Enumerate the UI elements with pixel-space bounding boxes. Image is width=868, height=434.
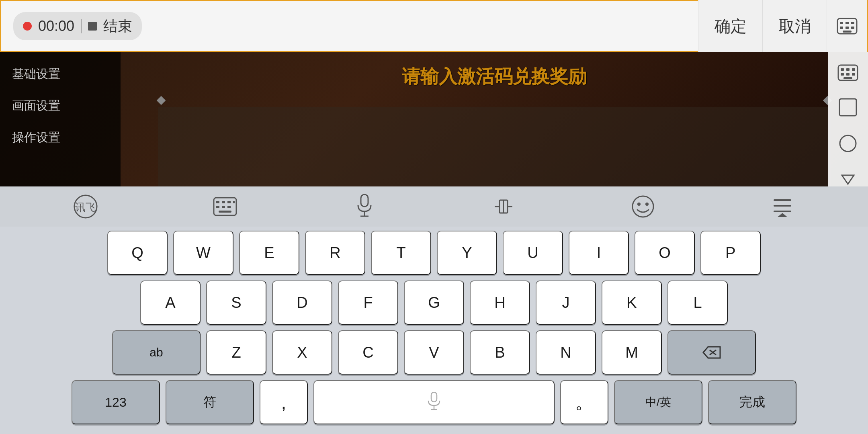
sidebar-item-display[interactable]: 画面设置	[0, 92, 121, 120]
key-a[interactable]: A	[140, 280, 201, 325]
hide-keyboard-icon	[770, 194, 794, 219]
svg-point-38	[637, 203, 641, 206]
key-f[interactable]: F	[338, 280, 398, 325]
svg-rect-4	[840, 27, 843, 29]
svg-rect-15	[843, 77, 852, 79]
svg-marker-43	[703, 347, 720, 358]
content-area: 基础设置 画面设置 操作设置 请输入激活码兑换奖励	[0, 52, 868, 186]
key-p[interactable]: P	[700, 231, 761, 275]
svg-rect-9	[841, 68, 844, 71]
svg-rect-13	[846, 73, 850, 76]
key-ab[interactable]: ab	[112, 330, 201, 375]
ime-button[interactable]: 讯飞	[70, 190, 102, 223]
mic-button[interactable]	[348, 190, 381, 223]
key-q[interactable]: Q	[107, 231, 168, 275]
key-h[interactable]: H	[470, 280, 530, 325]
svg-rect-28	[227, 206, 231, 208]
key-b[interactable]: B	[470, 330, 530, 375]
key-j[interactable]: J	[536, 280, 596, 325]
key-__[interactable]: 完成	[708, 380, 796, 424]
svg-rect-11	[852, 68, 855, 71]
center-dialog-area: 请输入激活码兑换奖励	[121, 52, 868, 186]
right-keyboard-icon[interactable]	[836, 64, 860, 81]
svg-rect-6	[851, 27, 854, 29]
recording-indicator: 00:00 结束	[13, 12, 142, 40]
backspace-icon	[702, 345, 722, 360]
sidebar-item-basic[interactable]: 基础设置	[0, 60, 121, 88]
svg-rect-22	[216, 201, 219, 203]
key-v[interactable]: V	[404, 330, 464, 375]
svg-rect-29	[219, 211, 231, 213]
ime-icon: 讯飞	[73, 194, 98, 219]
confirm-button[interactable]: 确定	[698, 0, 762, 52]
left-sidebar: 基础设置 画面设置 操作设置	[0, 52, 121, 186]
right-square-icon[interactable]	[836, 97, 860, 117]
right-circle-icon[interactable]	[836, 133, 860, 154]
top-input-bar: 00:00 结束 确定 取消	[0, 0, 868, 52]
key-row-2: ASDFGHJKL	[8, 280, 860, 325]
svg-rect-5	[845, 27, 849, 29]
svg-rect-12	[841, 73, 844, 76]
cursor-button[interactable]	[487, 190, 520, 223]
cancel-button[interactable]: 取消	[762, 0, 827, 52]
key-y[interactable]: Y	[437, 231, 497, 275]
microphone-icon	[356, 194, 373, 219]
svg-rect-14	[852, 73, 855, 76]
key-w[interactable]: W	[173, 231, 233, 275]
sidebar-item-operation[interactable]: 操作设置	[0, 124, 121, 151]
key-m[interactable]: M	[602, 330, 662, 375]
svg-rect-3	[851, 22, 854, 24]
hide-keyboard-button[interactable]	[766, 190, 798, 223]
svg-rect-25	[233, 201, 235, 203]
svg-rect-2	[845, 22, 849, 24]
keyboard-mode-button[interactable]	[209, 190, 241, 223]
svg-rect-16	[839, 99, 856, 116]
keyboard-toggle-button[interactable]	[827, 0, 867, 52]
key-k[interactable]: K	[602, 280, 662, 325]
right-down-icon[interactable]	[836, 170, 860, 186]
svg-marker-18	[842, 175, 854, 184]
dialog-title: 请输入激活码兑换奖励	[402, 64, 587, 89]
svg-rect-23	[222, 201, 225, 203]
svg-rect-10	[846, 68, 850, 71]
keyboard-layout-icon	[213, 197, 237, 216]
keyboard-icon	[837, 18, 858, 35]
key-t[interactable]: T	[371, 231, 431, 275]
key-row-4: 123符,。中/英完成	[8, 380, 860, 424]
key-i[interactable]: I	[569, 231, 629, 275]
svg-point-39	[645, 203, 649, 206]
space-mic-icon	[427, 392, 441, 413]
key-x[interactable]: X	[272, 330, 332, 375]
key-row-1: QWERTYUIOP	[8, 231, 860, 275]
key-o[interactable]: O	[635, 231, 695, 275]
key-z[interactable]: Z	[206, 330, 266, 375]
key-___[interactable]: 中/英	[614, 380, 702, 424]
svg-text:讯飞: 讯飞	[75, 201, 96, 213]
key-_[interactable]: 。	[560, 380, 608, 424]
key-g[interactable]: G	[404, 280, 464, 325]
emoji-button[interactable]	[627, 190, 659, 223]
key-u[interactable]: U	[503, 231, 563, 275]
key-123[interactable]: 123	[72, 380, 160, 424]
key-n[interactable]: N	[536, 330, 596, 375]
space-button[interactable]	[313, 380, 555, 424]
key-row-3: abZXCVBNM	[8, 330, 860, 375]
dialog-content-box	[158, 107, 831, 186]
key-c[interactable]: C	[338, 330, 398, 375]
key-d[interactable]: D	[272, 280, 332, 325]
key-_[interactable]: ,	[260, 380, 308, 424]
backspace-button[interactable]	[667, 330, 756, 375]
keyboard-area: 讯飞	[0, 186, 868, 434]
svg-rect-46	[431, 392, 437, 402]
svg-rect-7	[843, 31, 852, 33]
svg-rect-24	[227, 201, 231, 203]
keys-section: QWERTYUIOP ASDFGHJKL abZXCVBNM 123符,。中/英…	[0, 227, 868, 434]
svg-rect-27	[222, 206, 225, 208]
key-r[interactable]: R	[305, 231, 365, 275]
key-s[interactable]: S	[206, 280, 266, 325]
key-_[interactable]: 符	[166, 380, 254, 424]
divider	[81, 19, 82, 33]
svg-point-17	[840, 135, 856, 151]
key-e[interactable]: E	[239, 231, 299, 275]
key-l[interactable]: L	[667, 280, 728, 325]
